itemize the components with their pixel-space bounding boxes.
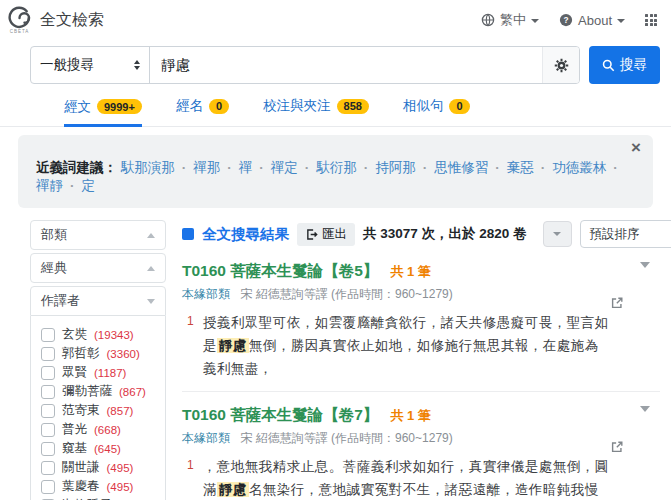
chevron-up-icon: [147, 233, 155, 238]
sort-select[interactable]: 預設排序: [580, 220, 671, 248]
tab-annotations[interactable]: 校注與夾注 858: [263, 97, 369, 126]
checkbox[interactable]: [41, 461, 55, 475]
collapse-result-button[interactable]: [640, 412, 650, 427]
result-category-link[interactable]: 本緣部類: [182, 431, 230, 445]
search-bar: 一般搜尋 搜尋: [30, 46, 660, 84]
keyword-highlight: 靜慮: [217, 338, 249, 353]
synonym-link[interactable]: 功德叢林: [552, 160, 625, 175]
snippet-number: 1: [187, 458, 194, 500]
collapse-result-button[interactable]: [640, 268, 650, 283]
synonym-link[interactable]: 禪那: [193, 160, 239, 175]
close-icon[interactable]: ×: [631, 139, 641, 156]
tab-scripture-text[interactable]: 經文 9999+: [64, 97, 142, 127]
author-filter-item[interactable]: 眾賢 1187: [41, 363, 159, 382]
checkbox[interactable]: [41, 347, 55, 361]
checkbox[interactable]: [41, 366, 55, 380]
author-filter-item[interactable]: 迦栴延子 421: [41, 496, 159, 500]
tab-label: 相似句: [403, 97, 444, 115]
author-count: 495: [107, 481, 134, 493]
page-title: 全文檢索: [40, 10, 104, 31]
author-name: 窺基: [62, 440, 87, 457]
results-bullet-icon: [182, 228, 194, 240]
author-count: 645: [94, 443, 121, 455]
collapse-all-button[interactable]: [543, 221, 572, 247]
snippet-text: ，意地無我精求止息。菩薩義利求如如行，真實律儀是處無倒，圓滿靜慮名無染行，意地誠…: [203, 455, 612, 500]
result-tabs: 經文 9999+ 經名 0 校注與夾注 858 相似句 0: [0, 84, 671, 127]
author-filter-item[interactable]: 玄奘 19343: [41, 325, 159, 344]
checkbox[interactable]: [41, 404, 55, 418]
search-icon: [602, 59, 615, 72]
keyword-highlight: 靜慮: [217, 482, 249, 497]
tab-label: 經文: [64, 98, 91, 116]
result-title: T0160 菩薩本生鬘論【卷5】: [182, 261, 378, 282]
search-button-label: 搜尋: [620, 56, 647, 74]
author-filter-list: 玄奘 19343 郭哲彰 3360 眾賢 1187 彌勒菩薩 867 范寄東: [30, 316, 166, 500]
checkbox[interactable]: [41, 423, 55, 437]
synonym-link[interactable]: 馱那演那: [121, 160, 194, 175]
synonym-link[interactable]: 定: [82, 178, 96, 193]
globe-icon: [481, 13, 495, 27]
language-label: 繁中: [500, 11, 526, 29]
synonym-link[interactable]: 棄惡: [507, 160, 553, 175]
author-name: 葉慶春: [62, 478, 100, 495]
brand-name: CBETA: [10, 30, 30, 35]
checkbox[interactable]: [41, 328, 55, 342]
export-button[interactable]: 匯出: [297, 223, 355, 246]
about-label: About: [578, 13, 612, 28]
author-count: 867: [119, 386, 146, 398]
synonym-suggestions-panel: × 近義詞建議： 馱那演那禪那禪禪定馱衍那持阿那思惟修習棄惡功德叢林禪靜定: [18, 135, 653, 208]
result-byline: 宋 紹德慧詢等譯 (作品時間：960~1279): [240, 287, 452, 301]
synonym-link[interactable]: 禪靜: [36, 178, 82, 193]
author-filter-item[interactable]: 郭哲彰 3360: [41, 344, 159, 363]
accordion-author[interactable]: 作譯者: [30, 286, 166, 316]
author-filter-item[interactable]: 范寄東 857: [41, 401, 159, 420]
result-hit-count: 共 1 筆: [390, 407, 430, 425]
result-category-link[interactable]: 本緣部類: [182, 287, 230, 301]
results-panel: 全文搜尋結果 匯出 共 33077 次，出於 2820 卷 預設排序 T0160: [182, 220, 660, 500]
author-filter-item[interactable]: 彌勒菩薩 867: [41, 382, 159, 401]
synonym-link[interactable]: 禪定: [271, 160, 317, 175]
search-mode-select[interactable]: 一般搜尋: [31, 47, 150, 83]
about-menu[interactable]: ? About: [559, 13, 625, 28]
author-filter-item[interactable]: 關世謙 495: [41, 458, 159, 477]
language-menu[interactable]: 繁中: [481, 11, 539, 29]
author-count: 3360: [107, 348, 140, 360]
author-name: 郭哲彰: [62, 345, 100, 362]
accordion-category[interactable]: 部類: [30, 220, 166, 250]
checkbox[interactable]: [41, 442, 55, 456]
open-in-reader-button[interactable]: [610, 296, 624, 313]
author-filter-item[interactable]: 葉慶春 495: [41, 477, 159, 496]
author-filter-item[interactable]: 普光 668: [41, 420, 159, 439]
snippet-text: 授義利眾聖可依，如雲覆廕離貪欲行，諸天共修愚癡可畏，聖言如是靜慮無倒，勝因真實依…: [203, 311, 612, 381]
author-name: 彌勒菩薩: [62, 383, 112, 400]
top-bar: CBETA 全文檢索 繁中 ? About: [0, 0, 671, 37]
tab-similar-sentences[interactable]: 相似句 0: [403, 97, 470, 126]
search-button[interactable]: 搜尋: [589, 46, 660, 84]
apps-grid-icon[interactable]: [645, 14, 657, 26]
synonym-link[interactable]: 持阿那: [375, 160, 434, 175]
checkbox[interactable]: [41, 385, 55, 399]
accordion-label: 作譯者: [41, 292, 80, 310]
results-summary: 共 33077 次，出於 2820 卷: [363, 225, 527, 243]
checkbox[interactable]: [41, 480, 55, 494]
open-in-reader-button[interactable]: [610, 440, 624, 457]
synonym-link[interactable]: 禪: [239, 160, 271, 175]
filter-sidebar: 部類 經典 作譯者 玄奘 19343 郭哲彰 3360 眾賢: [30, 220, 166, 500]
tab-label: 校注與夾注: [263, 97, 331, 115]
synonym-link[interactable]: 思惟修習: [434, 160, 507, 175]
author-name: 范寄東: [62, 402, 100, 419]
chevron-down-icon: [640, 262, 650, 283]
chevron-down-icon: [531, 19, 539, 23]
author-count: 19343: [94, 329, 134, 341]
accordion-canon[interactable]: 經典: [30, 253, 166, 283]
sort-label: 預設排序: [590, 226, 640, 243]
author-filter-item[interactable]: 窺基 645: [41, 439, 159, 458]
author-name: 關世謙: [62, 459, 100, 476]
search-settings-button[interactable]: [542, 47, 579, 83]
snippet-number: 1: [187, 314, 194, 381]
search-input[interactable]: [150, 47, 542, 83]
tab-label: 經名: [176, 97, 203, 115]
synonym-link[interactable]: 馱衍那: [316, 160, 375, 175]
tab-scripture-title[interactable]: 經名 0: [176, 97, 229, 126]
search-mode-label: 一般搜尋: [40, 56, 94, 74]
